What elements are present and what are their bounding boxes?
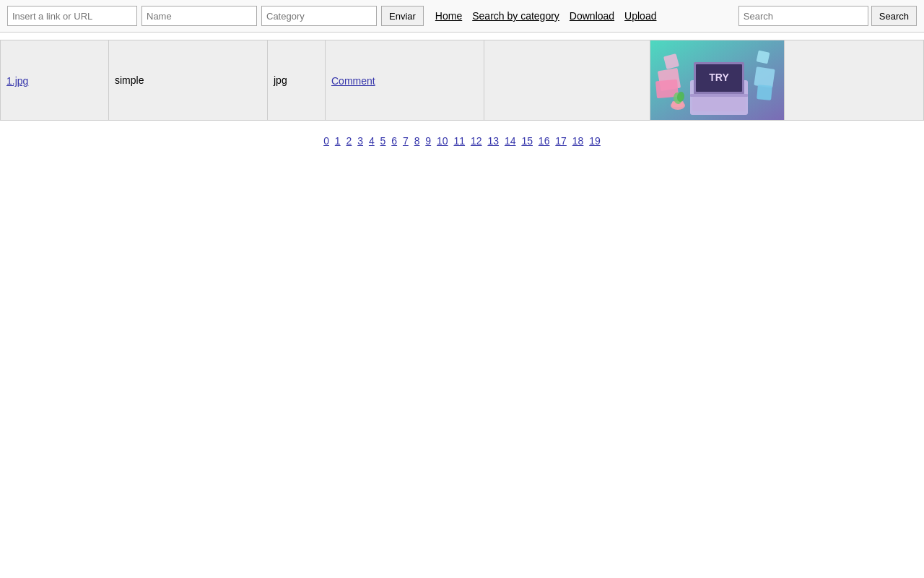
- pagination-link[interactable]: 17: [555, 135, 567, 147]
- pagination: 0 1 2 3 4 5 6 7 8 9 10 11 12 13 14 15 16…: [0, 135, 924, 147]
- name-input[interactable]: [141, 6, 257, 26]
- cell-comment: Comment: [326, 40, 484, 121]
- svg-text:TRY: TRY: [709, 72, 729, 83]
- pagination-link[interactable]: 15: [521, 135, 533, 147]
- pagination-link[interactable]: 14: [505, 135, 516, 147]
- search-area: Search: [738, 6, 917, 26]
- nav-upload[interactable]: Upload: [624, 10, 656, 22]
- name-value: simple: [115, 74, 144, 86]
- enviar-button[interactable]: Enviar: [381, 6, 424, 26]
- nav-links: Home Search by category Download Upload: [435, 10, 734, 22]
- filename-link[interactable]: 1.jpg: [6, 75, 28, 87]
- cell-thumbnail: TRY: [650, 40, 785, 121]
- nav-search-by-category[interactable]: Search by category: [472, 10, 559, 22]
- comment-link[interactable]: Comment: [331, 75, 375, 87]
- pagination-link[interactable]: 3: [357, 135, 363, 147]
- table-row: 1.jpg simple jpg Comment: [1, 40, 924, 121]
- pagination-link[interactable]: 18: [572, 135, 584, 147]
- pagination-link[interactable]: 8: [414, 135, 420, 147]
- pagination-link[interactable]: 2: [346, 135, 352, 147]
- cell-extra1: [484, 40, 650, 121]
- svg-rect-5: [690, 94, 748, 97]
- pagination-link[interactable]: 6: [391, 135, 397, 147]
- pagination-link[interactable]: 12: [471, 135, 482, 147]
- search-button[interactable]: Search: [871, 6, 917, 26]
- main-table: 1.jpg simple jpg Comment: [0, 40, 924, 121]
- cell-type: jpg: [268, 40, 326, 121]
- svg-rect-6: [692, 97, 746, 111]
- svg-rect-10: [757, 85, 772, 100]
- pagination-link[interactable]: 9: [425, 135, 431, 147]
- pagination-link[interactable]: 5: [380, 135, 386, 147]
- thumbnail-image: TRY: [650, 40, 784, 120]
- toolbar: Enviar Home Search by category Download …: [0, 0, 924, 33]
- pagination-link[interactable]: 11: [454, 135, 466, 147]
- nav-home[interactable]: Home: [435, 10, 462, 22]
- url-input[interactable]: [7, 6, 137, 26]
- pagination-link[interactable]: 19: [589, 135, 601, 147]
- svg-rect-9: [754, 66, 775, 87]
- cell-extra2: [785, 40, 924, 121]
- cell-name: simple: [109, 40, 268, 121]
- category-input[interactable]: [261, 6, 377, 26]
- cell-filename: 1.jpg: [1, 40, 109, 121]
- pagination-link[interactable]: 0: [323, 135, 329, 147]
- nav-download[interactable]: Download: [570, 10, 614, 22]
- pagination-link[interactable]: 16: [539, 135, 550, 147]
- pagination-link[interactable]: 13: [487, 135, 499, 147]
- type-value: jpg: [274, 74, 287, 86]
- pagination-link[interactable]: 4: [369, 135, 375, 147]
- pagination-link[interactable]: 1: [335, 135, 341, 147]
- pagination-link[interactable]: 10: [437, 135, 448, 147]
- svg-rect-12: [757, 51, 770, 64]
- pagination-link[interactable]: 7: [403, 135, 409, 147]
- search-input[interactable]: [738, 6, 868, 26]
